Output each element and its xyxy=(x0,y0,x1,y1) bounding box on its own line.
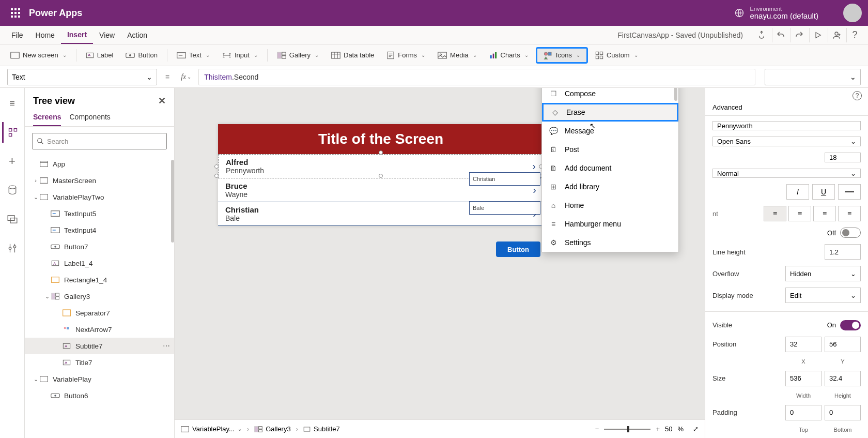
pad-top[interactable]: 0 xyxy=(785,405,822,420)
icon-item-add-document[interactable]: 🗎Add document xyxy=(542,159,678,177)
tree-node-variableplay[interactable]: ⌄VariablePlay xyxy=(25,371,174,387)
italic-button[interactable]: I xyxy=(786,184,809,200)
custom-button[interactable]: Custom⌄ xyxy=(590,47,643,64)
app-checker-icon[interactable] xyxy=(753,28,770,42)
tree-node-separator7[interactable]: Separator7 xyxy=(25,305,174,321)
pad-bottom[interactable]: 0 xyxy=(825,405,861,420)
textinput-2[interactable]: Bale xyxy=(469,201,540,215)
zoom-slider[interactable] xyxy=(604,429,650,430)
advanced-tools-icon[interactable] xyxy=(2,238,23,259)
fx-button[interactable]: fx⌄ xyxy=(178,73,194,81)
tab-components[interactable]: Components xyxy=(69,113,110,126)
tree-node-app[interactable]: App xyxy=(25,156,174,172)
media-button[interactable]: Media⌄ xyxy=(432,47,482,64)
tree-node-textinput5[interactable]: TextInput5 xyxy=(25,205,174,222)
icon-item-settings[interactable]: ⚙Settings xyxy=(542,233,678,252)
prop-line-height[interactable]: 1.2 xyxy=(825,244,861,260)
icon-item-compose[interactable]: ☐Compose xyxy=(542,88,678,103)
selection-handle[interactable] xyxy=(379,150,383,155)
redo-button[interactable] xyxy=(791,28,807,42)
align-right-button[interactable]: ≡ xyxy=(813,206,836,221)
tab-screens[interactable]: Screens xyxy=(33,113,61,126)
prop-font-size[interactable]: 18 xyxy=(825,153,861,162)
tree-node-masterscreen[interactable]: ›MasterScreen xyxy=(25,172,174,189)
charts-button[interactable]: Charts⌄ xyxy=(484,47,534,64)
user-avatar[interactable] xyxy=(843,4,862,22)
menu-file[interactable]: File xyxy=(5,26,29,44)
pos-y[interactable]: 56 xyxy=(825,337,861,352)
crumb-subtitle[interactable]: Subtitle7 xyxy=(303,425,340,433)
menu-action[interactable]: Action xyxy=(121,26,153,44)
tree-node-button6[interactable]: Button6 xyxy=(25,387,174,404)
prop-overflow[interactable]: Hidden⌄ xyxy=(785,266,861,281)
environment-selector[interactable]: Environment enayu.com (default) xyxy=(750,6,818,21)
undo-button[interactable] xyxy=(772,28,788,42)
menu-view[interactable]: View xyxy=(93,26,121,44)
forms-button[interactable]: Forms⌄ xyxy=(381,47,430,64)
tree-node-title7[interactable]: Title7 xyxy=(25,354,174,371)
data-icon[interactable] xyxy=(2,180,23,201)
tree-search-input[interactable]: Search xyxy=(32,133,167,149)
textinput-1[interactable]: Christian xyxy=(469,172,540,186)
formula-secondary-selector[interactable]: ⌄ xyxy=(765,69,861,85)
prop-font[interactable]: Open Sans⌄ xyxy=(712,137,861,146)
crumb-screen[interactable]: VariablePlay...⌄ xyxy=(181,425,242,433)
menu-insert[interactable]: Insert xyxy=(61,26,93,44)
scrollbar-thumb[interactable] xyxy=(171,160,174,243)
align-left-button[interactable]: ≡ xyxy=(764,206,786,221)
crumb-gallery[interactable]: Gallery3 xyxy=(254,425,290,433)
tab-advanced[interactable]: Advanced xyxy=(712,103,742,115)
icon-item-hamburger-menu[interactable]: ≡Hamburger menu xyxy=(542,215,678,233)
icon-item-add-library[interactable]: ⊞Add library xyxy=(542,177,678,196)
tree-node-label1_4[interactable]: Label1_4 xyxy=(25,255,174,271)
size-w[interactable]: 536 xyxy=(785,371,822,386)
tree-node-rectangle1_4[interactable]: Rectangle1_4 xyxy=(25,271,174,288)
media-icon[interactable] xyxy=(2,209,23,230)
formula-input[interactable]: ThisItem.Second xyxy=(198,69,755,85)
tree-node-subtitle7[interactable]: Subtitle7⋯ xyxy=(25,338,174,354)
icons-button[interactable]: Icons⌄ xyxy=(536,47,588,64)
hamburger-icon[interactable]: ≡ xyxy=(2,93,23,114)
property-selector[interactable]: Text ⌄ xyxy=(7,69,157,85)
label-button[interactable]: Label xyxy=(81,47,119,64)
more-icon[interactable]: ⋯ xyxy=(163,342,170,350)
underline-button[interactable]: U xyxy=(812,184,835,200)
pos-x[interactable]: 32 xyxy=(785,337,822,352)
size-h[interactable]: 32.4 xyxy=(825,371,861,386)
prop-display-mode[interactable]: Edit⌄ xyxy=(785,288,861,303)
tree-node-variableplaytwo[interactable]: ⌄VariablePlayTwo xyxy=(25,189,174,205)
dropdown-scrollbar[interactable] xyxy=(674,88,677,101)
selection-handle[interactable] xyxy=(214,164,219,169)
strike-button[interactable] xyxy=(838,184,861,200)
zoom-control[interactable]: − + 50 % ⤢ xyxy=(595,425,699,433)
waffle-icon[interactable] xyxy=(6,4,25,22)
button-button[interactable]: Button xyxy=(120,47,163,64)
prop-text[interactable]: Pennyworth xyxy=(712,121,861,131)
tree-node-textinput4[interactable]: TextInput4 xyxy=(25,222,174,238)
gallery-button[interactable]: Gallery⌄ xyxy=(272,47,324,64)
new-screen-button[interactable]: New screen⌄ xyxy=(5,47,72,64)
menu-home[interactable]: Home xyxy=(29,26,61,44)
data-table-button[interactable]: Data table xyxy=(326,47,379,64)
insert-icon[interactable]: + xyxy=(2,151,23,172)
icon-item-post[interactable]: 🗓Post xyxy=(542,140,678,159)
tree-node-button7[interactable]: Button7 xyxy=(25,238,174,255)
fit-icon[interactable]: ⤢ xyxy=(693,425,699,433)
tree-view-icon[interactable] xyxy=(2,122,23,143)
help-button[interactable]: ? xyxy=(846,28,863,42)
close-icon[interactable]: ✕ xyxy=(158,95,166,107)
next-arrow-icon[interactable]: › xyxy=(532,160,536,172)
align-center-button[interactable]: ≡ xyxy=(788,206,811,221)
selection-handle[interactable] xyxy=(214,174,219,178)
tree-node-gallery3[interactable]: ⌄Gallery3 xyxy=(25,288,174,305)
share-button[interactable] xyxy=(828,28,844,42)
visible-toggle[interactable] xyxy=(840,320,861,330)
icon-item-erase[interactable]: ◇Erase xyxy=(542,103,678,122)
icon-item-home[interactable]: ⌂Home xyxy=(542,196,678,215)
preview-button[interactable] xyxy=(809,28,826,42)
input-button[interactable]: Input⌄ xyxy=(217,47,263,64)
prop-font-weight[interactable]: Normal⌄ xyxy=(712,169,861,178)
tree-node-nextarrow7[interactable]: NextArrow7 xyxy=(25,321,174,338)
toggle-unknown[interactable] xyxy=(840,228,861,238)
help-icon[interactable]: ? xyxy=(853,91,862,100)
